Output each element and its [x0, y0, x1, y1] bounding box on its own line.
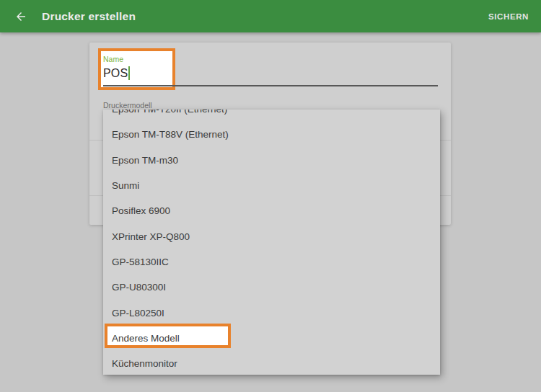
dropdown-item-label: Küchenmonitor [112, 358, 177, 369]
app-bar: Drucker erstellen SICHERN [0, 0, 541, 32]
dropdown-item[interactable]: Posiflex 6900 [103, 198, 440, 223]
dropdown-item[interactable]: Sunmi [103, 173, 440, 198]
dropdown-item[interactable]: Epson TM-T20II (Ethernet) [103, 110, 440, 122]
printer-create-screen: Drucker erstellen SICHERN Name POS Druck… [0, 0, 541, 392]
dropdown-item-label: GP-58130IIC [112, 257, 169, 267]
dropdown-item[interactable]: Küchenmonitor [103, 351, 440, 375]
arrow-left-icon [14, 10, 27, 23]
printer-model-dropdown: Epson TM-T20II (Ethernet)Epson TM-T88V (… [103, 110, 440, 375]
dropdown-item-label: Epson TM-T20II (Ethernet) [112, 110, 227, 115]
printer-model-list: Epson TM-T20II (Ethernet)Epson TM-T88V (… [103, 110, 440, 375]
dropdown-item[interactable]: GP-U80300I [103, 275, 440, 300]
name-field-label: Name [103, 55, 123, 63]
save-button[interactable]: SICHERN [487, 8, 530, 25]
dropdown-item-label: XPrinter XP-Q800 [112, 231, 190, 242]
dropdown-item[interactable]: Anderes Modell [103, 326, 440, 351]
dropdown-item-label: Anderes Modell [112, 333, 180, 344]
text-cursor [128, 66, 130, 80]
dropdown-item-label: GP-L80250I [112, 308, 164, 318]
name-input[interactable]: POS [103, 66, 130, 80]
dropdown-item-label: Sunmi [112, 180, 139, 191]
name-input-value: POS [103, 67, 128, 80]
dropdown-item-label: Epson TM-m30 [112, 155, 178, 166]
back-arrow-icon[interactable] [14, 10, 32, 23]
page-title: Drucker erstellen [42, 10, 136, 23]
dropdown-item[interactable]: XPrinter XP-Q800 [103, 223, 440, 249]
name-field-underline [103, 85, 438, 86]
dropdown-item-label: Posiflex 6900 [112, 205, 170, 216]
dropdown-item-label: GP-U80300I [112, 282, 166, 293]
dropdown-item[interactable]: GP-L80250I [103, 300, 440, 325]
dropdown-item-label: Epson TM-T88V (Ethernet) [112, 129, 229, 140]
dropdown-item[interactable]: Epson TM-T88V (Ethernet) [103, 122, 440, 147]
dropdown-item[interactable]: Epson TM-m30 [103, 148, 440, 173]
dropdown-item[interactable]: GP-58130IIC [103, 249, 440, 275]
printer-model-field-label: Druckermodell [103, 102, 152, 110]
